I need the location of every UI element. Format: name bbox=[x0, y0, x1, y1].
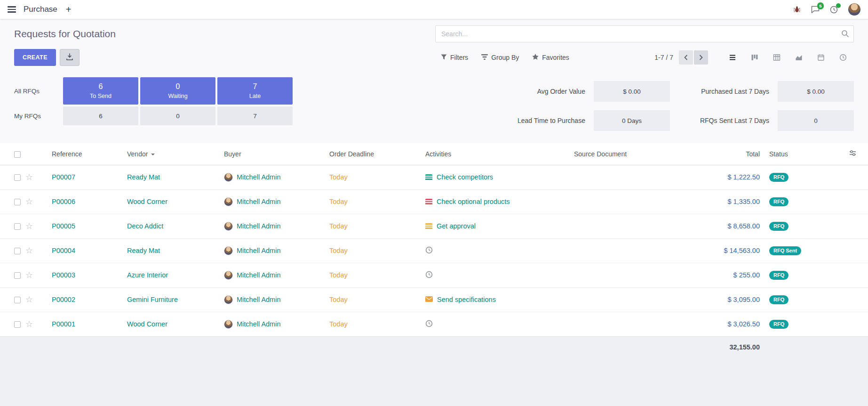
table-row[interactable]: P00006 Wood Corner Mitchell Admin Today … bbox=[0, 189, 868, 214]
column-header-buyer[interactable]: Buyer bbox=[219, 143, 325, 165]
buyer-link[interactable]: Mitchell Admin bbox=[237, 173, 280, 181]
table-row[interactable]: P00004 Ready Mat Mitchell Admin Today $ … bbox=[0, 238, 868, 263]
pager-next-button[interactable] bbox=[694, 50, 708, 65]
messages-icon[interactable]: 5 bbox=[811, 6, 820, 13]
table-row[interactable]: P00003 Azure Interior Mitchell Admin Tod… bbox=[0, 263, 868, 287]
kpi-late[interactable]: 7 Late bbox=[217, 77, 293, 105]
column-header-reference[interactable]: Reference bbox=[47, 143, 122, 165]
page-title: Requests for Quotation bbox=[14, 28, 116, 40]
clock-icon[interactable] bbox=[425, 320, 433, 329]
activity-link[interactable]: Check optional products bbox=[437, 198, 510, 205]
table-row[interactable]: P00002 Gemini Furniture Mitchell Admin T… bbox=[0, 287, 868, 312]
table-row[interactable]: P00007 Ready Mat Mitchell Admin Today Ch… bbox=[0, 165, 868, 189]
pager-previous-button[interactable] bbox=[679, 50, 693, 65]
optional-columns-button[interactable] bbox=[844, 143, 868, 165]
reference-link[interactable]: P00004 bbox=[52, 247, 75, 254]
table-row[interactable]: P00005 Deco Addict Mitchell Admin Today … bbox=[0, 214, 868, 238]
vendor-link[interactable]: Deco Addict bbox=[127, 222, 163, 230]
total-amount: $ 3,026.50 bbox=[727, 320, 760, 328]
favorite-star-icon[interactable] bbox=[25, 319, 33, 329]
column-header-source[interactable]: Source Document bbox=[569, 143, 677, 165]
activity-clock-icon[interactable] bbox=[830, 6, 838, 14]
calendar-view-icon[interactable] bbox=[810, 50, 832, 65]
filters-button[interactable]: Filters bbox=[441, 54, 468, 61]
activity-link[interactable]: Send specifications bbox=[437, 296, 496, 303]
row-checkbox[interactable] bbox=[14, 174, 21, 181]
vendor-link[interactable]: Azure Interior bbox=[127, 271, 168, 279]
user-avatar[interactable] bbox=[848, 3, 860, 16]
group-by-button[interactable]: Group By bbox=[481, 54, 519, 61]
envelope-icon[interactable] bbox=[425, 296, 433, 303]
activity-link[interactable]: Check competitors bbox=[437, 173, 493, 181]
activity-view-icon[interactable] bbox=[832, 50, 854, 65]
graph-view-icon[interactable] bbox=[788, 50, 810, 65]
buyer-link[interactable]: Mitchell Admin bbox=[237, 222, 280, 230]
row-checkbox[interactable] bbox=[14, 248, 21, 254]
my-late-count[interactable]: 7 bbox=[217, 106, 293, 125]
favorite-star-icon[interactable] bbox=[25, 294, 33, 305]
buyer-link[interactable]: Mitchell Admin bbox=[237, 320, 280, 328]
column-header-vendor[interactable]: Vendor bbox=[122, 143, 219, 165]
row-checkbox[interactable] bbox=[14, 321, 21, 328]
activity-list-teal-icon[interactable] bbox=[425, 174, 432, 180]
messages-count-badge: 5 bbox=[817, 2, 824, 9]
activity-link[interactable]: Get approval bbox=[437, 222, 476, 230]
buyer-link[interactable]: Mitchell Admin bbox=[237, 296, 280, 303]
kanban-view-icon[interactable] bbox=[743, 50, 765, 65]
search-input[interactable] bbox=[435, 25, 854, 42]
row-checkbox[interactable] bbox=[14, 199, 21, 205]
app-name[interactable]: Purchase bbox=[24, 5, 57, 14]
debug-bug-icon[interactable] bbox=[793, 6, 801, 13]
column-header-deadline[interactable]: Order Deadline bbox=[325, 143, 421, 165]
vendor-link[interactable]: Ready Mat bbox=[127, 173, 160, 181]
buyer-avatar bbox=[224, 246, 233, 255]
select-all-checkbox[interactable] bbox=[14, 151, 21, 158]
menu-hamburger-icon[interactable] bbox=[8, 6, 16, 12]
all-rfqs-filter[interactable]: All RFQs bbox=[14, 77, 61, 105]
favorite-star-icon[interactable] bbox=[25, 245, 33, 256]
column-header-total[interactable]: Total bbox=[677, 143, 764, 165]
row-checkbox[interactable] bbox=[14, 272, 21, 279]
new-tab-plus-button[interactable]: + bbox=[66, 5, 72, 14]
row-checkbox[interactable] bbox=[14, 223, 21, 230]
status-badge: RFQ bbox=[769, 173, 788, 182]
buyer-link[interactable]: Mitchell Admin bbox=[237, 198, 280, 205]
clock-icon[interactable] bbox=[425, 271, 433, 280]
search-icon[interactable] bbox=[841, 30, 849, 39]
buyer-link[interactable]: Mitchell Admin bbox=[237, 247, 280, 254]
search-box bbox=[435, 25, 854, 42]
column-header-activities[interactable]: Activities bbox=[421, 143, 569, 165]
activity-list-red-icon[interactable] bbox=[425, 199, 432, 205]
row-checkbox[interactable] bbox=[14, 297, 21, 303]
table-row[interactable]: P00001 Wood Corner Mitchell Admin Today … bbox=[0, 312, 868, 336]
activity-list-yellow-icon[interactable] bbox=[425, 223, 432, 229]
reference-link[interactable]: P00006 bbox=[52, 198, 75, 205]
status-badge: RFQ Sent bbox=[769, 246, 801, 255]
pivot-view-icon[interactable] bbox=[765, 50, 788, 65]
column-header-status[interactable]: Status bbox=[764, 143, 844, 165]
buyer-link[interactable]: Mitchell Admin bbox=[237, 271, 280, 279]
vendor-link[interactable]: Gemini Furniture bbox=[127, 296, 178, 303]
favorite-star-icon[interactable] bbox=[25, 172, 33, 182]
my-to-send-count[interactable]: 6 bbox=[63, 106, 138, 125]
reference-link[interactable]: P00002 bbox=[52, 296, 75, 303]
vendor-link[interactable]: Ready Mat bbox=[127, 247, 160, 254]
favorites-button[interactable]: Favorites bbox=[532, 54, 569, 61]
clock-icon[interactable] bbox=[425, 246, 433, 255]
my-waiting-count[interactable]: 0 bbox=[140, 106, 215, 125]
list-view-icon[interactable] bbox=[721, 50, 743, 65]
favorite-star-icon[interactable] bbox=[25, 221, 33, 231]
reference-link[interactable]: P00007 bbox=[52, 173, 75, 181]
reference-link[interactable]: P00005 bbox=[52, 222, 75, 230]
my-rfqs-filter[interactable]: My RFQs bbox=[14, 106, 61, 125]
create-button[interactable]: CREATE bbox=[14, 49, 56, 66]
export-button[interactable] bbox=[60, 49, 80, 66]
reference-link[interactable]: P00001 bbox=[52, 320, 75, 328]
vendor-link[interactable]: Wood Corner bbox=[127, 320, 167, 328]
reference-link[interactable]: P00003 bbox=[52, 271, 75, 279]
vendor-link[interactable]: Wood Corner bbox=[127, 198, 167, 205]
favorite-star-icon[interactable] bbox=[25, 270, 33, 280]
kpi-to-send[interactable]: 6 To Send bbox=[63, 77, 138, 105]
favorite-star-icon[interactable] bbox=[25, 196, 33, 207]
kpi-waiting[interactable]: 0 Waiting bbox=[140, 77, 215, 105]
